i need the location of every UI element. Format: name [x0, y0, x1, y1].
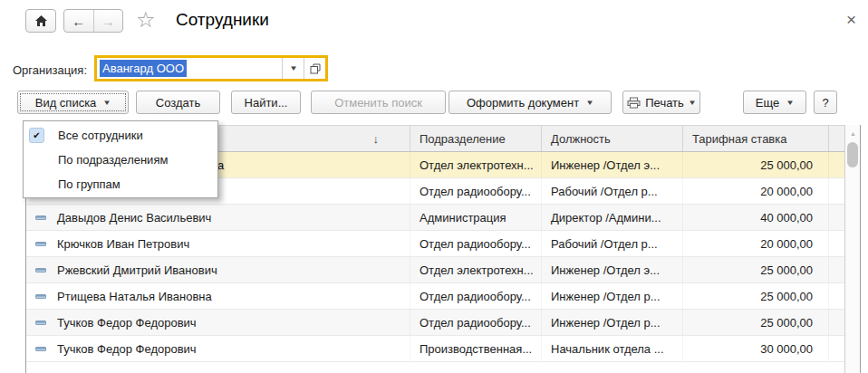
menu-item-all-employees[interactable]: ✔ Все сотрудники — [24, 123, 217, 148]
position-cell: Инженер /Отдел р... — [542, 310, 683, 335]
organization-open-button[interactable] — [304, 58, 325, 79]
column-label: Подразделение — [420, 132, 506, 146]
organization-value: Авангард ООО — [100, 60, 187, 77]
employee-name: Тучков Федор Федорович — [57, 316, 197, 330]
department-cell: Отдел электротехн... — [410, 152, 542, 177]
open-in-form-icon — [310, 63, 321, 74]
list-item-icon — [35, 347, 46, 351]
table-row[interactable]: Тучков Федор Федорович Отдел радиообору.… — [26, 310, 845, 336]
menu-item-label: Все сотрудники — [58, 129, 143, 142]
find-label: Найти... — [245, 96, 288, 110]
partially-hidden-name-fragment: а — [217, 158, 224, 172]
home-icon — [34, 14, 48, 27]
view-list-button[interactable]: Вид списка ▼ — [17, 91, 129, 114]
rate-cell: 25 000,00 — [683, 283, 829, 309]
employee-name: Давыдов Денис Васильевич — [57, 211, 211, 225]
department-cell: Отдел электротехн... — [410, 257, 542, 282]
department-cell: Отдел радиообору... — [410, 231, 542, 256]
checkmark-icon: ✔ — [29, 128, 44, 143]
scroll-up-icon[interactable]: ▲ — [845, 130, 861, 137]
employee-name: Ртищева Наталья Ивановна — [57, 290, 212, 303]
table-row[interactable]: Давыдов Денис Васильевич Администрация Д… — [26, 205, 845, 231]
rate-cell: 25 000,00 — [683, 310, 829, 335]
employee-name: Ржевский Дмитрий Иванович — [57, 263, 217, 277]
position-cell: Начальник отдела ... — [542, 336, 683, 361]
rate-cell: 40 000,00 — [683, 205, 829, 230]
help-button[interactable]: ? — [814, 91, 837, 114]
view-list-menu: ✔ Все сотрудники По подразделениям По гр… — [23, 120, 218, 198]
department-cell: Отдел радиообору... — [410, 283, 542, 309]
help-label: ? — [822, 96, 828, 110]
organization-field: Авангард ООО ▼ — [94, 55, 328, 81]
position-cell: Инженер /Отдел р... — [542, 283, 683, 309]
back-icon: ← — [72, 14, 85, 29]
department-cell: Отдел радиообору... — [410, 310, 542, 335]
more-label: Еще — [756, 96, 779, 110]
table-row[interactable]: Тучков Федор Федорович Производственная.… — [26, 336, 845, 362]
column-header-position[interactable]: Должность — [542, 126, 683, 151]
organization-input[interactable]: Авангард ООО — [97, 58, 282, 79]
cancel-search-button[interactable]: Отменить поиск — [311, 91, 446, 114]
column-header-department[interactable]: Подразделение — [410, 126, 542, 151]
view-list-label: Вид списка — [35, 96, 97, 110]
page-title: Сотрудники — [176, 10, 269, 30]
column-label: Должность — [551, 132, 611, 146]
home-button[interactable] — [25, 9, 56, 33]
column-label: Тарифная ставка — [692, 132, 786, 146]
list-item-icon — [35, 242, 46, 246]
position-cell: Инженер /Отдел э... — [542, 152, 683, 177]
organization-label: Организация: — [13, 63, 87, 77]
department-cell: Администрация — [410, 205, 542, 230]
cancel-search-label: Отменить поиск — [334, 96, 422, 110]
position-cell: Директор /Админи... — [542, 205, 683, 230]
rate-cell: 20 000,00 — [683, 178, 829, 204]
column-header-spacer — [829, 126, 844, 151]
table-row[interactable]: Крючков Иван Петрович Отдел радиообору..… — [26, 231, 845, 257]
print-button[interactable]: Печать ▼ — [622, 91, 700, 114]
table-vertical-scrollbar[interactable]: ▲ — [844, 125, 861, 373]
rate-cell: 30 000,00 — [683, 336, 829, 361]
back-button[interactable]: ← — [64, 10, 93, 32]
chevron-down-icon: ▼ — [786, 99, 795, 107]
table-row[interactable]: Ртищева Наталья Ивановна Отдел радиообор… — [26, 283, 845, 310]
position-cell: Рабочий /Отдел р... — [542, 231, 683, 256]
chevron-down-icon: ▼ — [585, 99, 594, 107]
rate-cell: 20 000,00 — [683, 231, 829, 256]
forward-button[interactable]: → — [93, 10, 123, 32]
organization-dropdown-button[interactable]: ▼ — [282, 58, 304, 79]
department-cell: Отдел радиообору... — [410, 178, 542, 204]
rate-cell: 25 000,00 — [683, 257, 829, 282]
employee-name: Крючков Иван Петрович — [57, 237, 189, 251]
chevron-down-icon: ▼ — [688, 99, 697, 107]
history-nav: ← → — [63, 9, 123, 33]
list-item-icon — [35, 268, 46, 273]
menu-item-label: По группам — [58, 177, 121, 191]
forward-icon: → — [101, 14, 115, 29]
print-label: Печать — [645, 96, 684, 110]
chevron-down-icon: ▼ — [289, 64, 298, 72]
printer-icon — [627, 97, 641, 109]
create-label: Создать — [156, 96, 200, 110]
sort-descending-icon: ↓ — [373, 132, 380, 146]
chevron-down-icon: ▼ — [103, 99, 112, 107]
list-item-icon — [35, 215, 46, 220]
menu-item-by-departments[interactable]: По подразделениям — [24, 148, 217, 172]
menu-item-by-groups[interactable]: По группам — [24, 172, 217, 196]
rate-cell: 25 000,00 — [683, 152, 829, 177]
list-item-icon — [35, 320, 46, 325]
employee-name: Тучков Федор Федорович — [57, 342, 197, 356]
table-row[interactable]: Ржевский Дмитрий Иванович Отдел электрот… — [26, 257, 845, 283]
department-cell: Производственная... — [410, 336, 542, 361]
more-button[interactable]: Еще ▼ — [743, 91, 806, 114]
find-button[interactable]: Найти... — [231, 91, 301, 114]
create-document-button[interactable]: Оформить документ ▼ — [448, 91, 612, 114]
create-document-label: Оформить документ — [467, 96, 579, 110]
favorite-star-icon[interactable]: ☆ — [136, 8, 156, 32]
position-cell: Рабочий /Отдел р... — [542, 178, 683, 204]
scrollbar-thumb[interactable] — [847, 142, 858, 167]
close-icon[interactable]: × — [846, 10, 856, 30]
create-button[interactable]: Создать — [136, 91, 220, 114]
menu-item-label: По подразделениям — [58, 153, 168, 167]
column-header-rate[interactable]: Тарифная ставка — [683, 126, 829, 151]
list-item-icon — [35, 294, 46, 299]
